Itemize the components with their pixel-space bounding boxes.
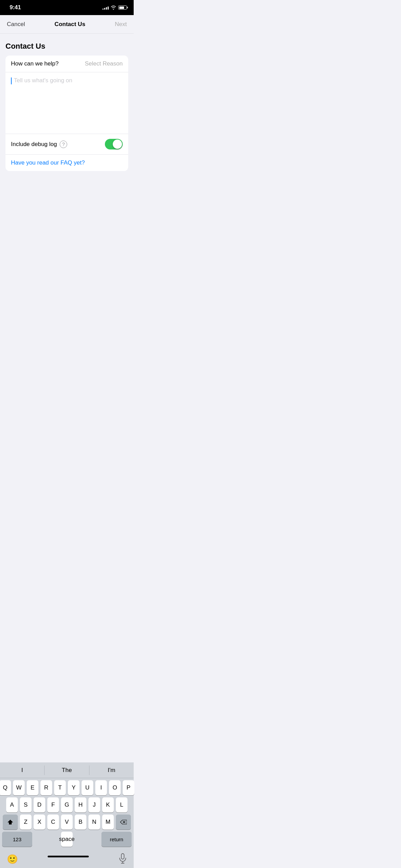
faq-row: Have you read our FAQ yet? <box>5 155 128 171</box>
signal-icon <box>102 5 109 10</box>
debug-toggle[interactable] <box>105 139 123 149</box>
page-title: Contact Us <box>5 42 128 51</box>
reason-select[interactable]: Select Reason <box>85 60 123 67</box>
wifi-icon <box>111 5 116 10</box>
text-cursor <box>11 77 12 84</box>
faq-link[interactable]: Have you read our FAQ yet? <box>11 159 85 166</box>
debug-left: Include debug log ? <box>11 141 67 148</box>
debug-help-icon[interactable]: ? <box>60 141 67 148</box>
message-textarea[interactable]: Tell us what's going on <box>5 72 128 134</box>
toggle-thumb <box>113 140 122 149</box>
cancel-button[interactable]: Cancel <box>7 21 25 28</box>
contact-card: How can we help? Select Reason Tell us w… <box>5 56 128 171</box>
status-time: 9:41 <box>10 4 21 11</box>
status-icons <box>102 5 127 10</box>
status-bar: 9:41 <box>0 0 134 15</box>
debug-row: Include debug log ? <box>5 134 128 155</box>
debug-label: Include debug log <box>11 141 57 148</box>
nav-title: Contact Us <box>54 21 85 28</box>
battery-icon <box>118 5 127 10</box>
main-content: Contact Us How can we help? Select Reaso… <box>0 34 134 175</box>
next-button[interactable]: Next <box>115 21 127 28</box>
reason-label: How can we help? <box>11 60 59 67</box>
nav-bar: Cancel Contact Us Next <box>0 15 134 34</box>
reason-row[interactable]: How can we help? Select Reason <box>5 56 128 72</box>
textarea-placeholder: Tell us what's going on <box>14 77 72 84</box>
